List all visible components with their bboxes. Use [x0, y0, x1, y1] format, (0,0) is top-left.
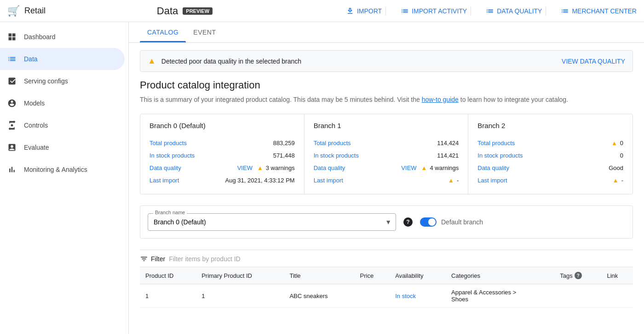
- branch-1-name: Branch 1: [314, 122, 459, 129]
- data-quality-icon: [486, 7, 494, 15]
- page-title: Data: [157, 5, 178, 17]
- cell-availability: In stock: [390, 284, 446, 308]
- branch-0-total-products-row: Total products 883,259: [150, 137, 295, 149]
- col-product-id: Product ID: [140, 267, 196, 284]
- branch-2-total-products-label: Total products: [477, 140, 515, 146]
- app-title: Retail: [24, 6, 46, 16]
- branch-1-last-import-dash: -: [457, 177, 459, 184]
- branch-1-warn-text: 4 warnings: [430, 164, 459, 171]
- tab-event[interactable]: EVENT: [186, 22, 223, 42]
- col-tags: Tags ?: [554, 267, 601, 284]
- branch-1-last-import-row: Last import ▲ -: [314, 174, 459, 187]
- filter-icon-label: Filter: [140, 255, 165, 263]
- dashboard-icon: [7, 32, 17, 41]
- import-activity-button[interactable]: IMPORT ACTIVITY: [401, 7, 467, 15]
- sidebar-item-data-label: Data: [24, 55, 38, 63]
- sidebar-item-serving-configs-label: Serving configs: [24, 77, 68, 85]
- branch-2-total-products-row: Total products ▲ 0: [477, 137, 623, 149]
- sidebar-item-monitoring[interactable]: Monitoring & Analytics: [0, 158, 125, 181]
- sidebar-item-dashboard[interactable]: Dashboard: [0, 26, 125, 48]
- tab-catalog[interactable]: CATALOG: [140, 22, 186, 42]
- branch-help-icon[interactable]: ?: [403, 217, 413, 227]
- import-activity-label: IMPORT ACTIVITY: [412, 7, 467, 15]
- branch-0-total-products-label: Total products: [150, 140, 187, 146]
- branch-1-view-btn[interactable]: VIEW: [401, 164, 416, 171]
- branch-1-data-quality-row: Data quality VIEW ▲ 4 warnings: [314, 162, 459, 174]
- branch-0-col: Branch 0 (Default) Total products 883,25…: [140, 114, 305, 194]
- branch-2-col: Branch 2 Total products ▲ 0 In stock pro…: [468, 114, 632, 194]
- tabs-bar: CATALOG EVENT: [129, 22, 644, 43]
- branch-select[interactable]: Branch 0 (Default) Branch 1 Branch 2: [148, 213, 396, 231]
- branch-2-data-quality-label: Data quality: [477, 164, 509, 171]
- sidebar: Dashboard Data Serving configs Models Co: [0, 22, 129, 334]
- branch-1-last-import-warn: ▲: [448, 177, 454, 184]
- sidebar-item-controls-label: Controls: [24, 122, 48, 129]
- content-area: ▲ Detected poor data quality in the sele…: [129, 50, 644, 319]
- import-label: IMPORT: [357, 7, 382, 15]
- branches-grid: Branch 0 (Default) Total products 883,25…: [140, 114, 633, 194]
- branch-2-last-import-warn: ▲: [613, 177, 619, 184]
- branch-field-label: Branch name: [153, 210, 187, 215]
- sidebar-item-controls[interactable]: Controls: [0, 114, 125, 136]
- default-branch-toggle[interactable]: [420, 217, 437, 227]
- merchant-center-button[interactable]: MERCHANT CENTER: [561, 7, 637, 15]
- sidebar-item-evaluate[interactable]: Evaluate: [0, 136, 125, 158]
- branch-0-last-import-label: Last import: [150, 177, 179, 184]
- filter-input[interactable]: Filter items by product ID: [169, 255, 241, 263]
- branch-2-last-import-row: Last import ▲ -: [477, 174, 623, 187]
- branch-1-warn-icon: ▲: [421, 164, 427, 171]
- branch-0-last-import-row: Last import Aug 31, 2021, 4:33:12 PM: [150, 174, 295, 187]
- data-table: Product ID Primary Product ID Title Pric…: [140, 267, 633, 308]
- branch-0-data-quality-label: Data quality: [150, 164, 181, 171]
- merchant-center-label: MERCHANT CENTER: [572, 7, 637, 15]
- cell-title: ABC sneakers: [284, 284, 354, 308]
- branch-1-in-stock-row: In stock products 114,421: [314, 149, 459, 162]
- branch-2-last-import-dash: -: [621, 177, 623, 184]
- section-description: This is a summary of your integrated pro…: [140, 95, 633, 105]
- monitoring-icon: [7, 165, 17, 174]
- sidebar-item-models[interactable]: Models: [0, 92, 125, 114]
- layout: Dashboard Data Serving configs Models Co: [0, 22, 644, 334]
- import-button[interactable]: IMPORT: [346, 7, 382, 15]
- branch-1-data-quality-value: VIEW ▲ 4 warnings: [401, 164, 459, 171]
- filter-row: Filter Filter items by product ID: [140, 250, 633, 267]
- data-quality-button[interactable]: DATA QUALITY: [486, 7, 542, 15]
- branch-2-in-stock-value: 0: [620, 152, 623, 159]
- branch-0-warn-text: 3 warnings: [266, 164, 295, 171]
- controls-icon: [7, 121, 17, 130]
- sidebar-item-data[interactable]: Data: [0, 48, 125, 70]
- merchant-center-icon: [561, 7, 569, 15]
- col-price: Price: [355, 267, 390, 284]
- filter-label: Filter: [151, 255, 165, 263]
- branch-0-in-stock-value: 571,448: [273, 152, 295, 159]
- section-desc-prefix: This is a summary of your integrated pro…: [140, 96, 422, 103]
- cell-tags: [554, 284, 601, 308]
- branch-1-col: Branch 1 Total products 114,424 In stock…: [305, 114, 469, 194]
- branch-0-last-import-value: Aug 31, 2021, 4:33:12 PM: [225, 177, 295, 184]
- sidebar-item-serving-configs[interactable]: Serving configs: [0, 70, 125, 92]
- cell-product-id: 1: [140, 284, 196, 308]
- branch-0-data-quality-row: Data quality VIEW ▲ 3 warnings: [150, 162, 295, 174]
- branch-2-in-stock-label: In stock products: [477, 152, 523, 159]
- branch-0-view-btn[interactable]: VIEW: [237, 164, 253, 171]
- tags-help-th: Tags ?: [560, 272, 581, 279]
- branch-2-last-import-label: Last import: [477, 177, 507, 184]
- cell-price: [355, 284, 390, 308]
- branch-1-in-stock-value: 114,421: [437, 152, 459, 159]
- alert-banner: ▲ Detected poor data quality in the sele…: [140, 50, 633, 72]
- col-categories: Categories: [446, 267, 554, 284]
- tags-help-icon[interactable]: ?: [575, 272, 582, 279]
- branch-2-name: Branch 2: [477, 122, 623, 129]
- branch-2-total-products-value: ▲ 0: [611, 140, 623, 146]
- table-header-row: Product ID Primary Product ID Title Pric…: [140, 267, 633, 284]
- preview-badge: PREVIEW: [183, 7, 213, 15]
- view-data-quality-link[interactable]: VIEW DATA QUALITY: [562, 58, 625, 65]
- branch-selector-row: Branch name Branch 0 (Default) Branch 1 …: [140, 205, 633, 239]
- how-to-guide-link[interactable]: how-to guide: [422, 96, 459, 103]
- sidebar-item-evaluate-label: Evaluate: [24, 144, 49, 151]
- branch-1-data-quality-label: Data quality: [314, 164, 345, 171]
- header-separator-1: [385, 6, 386, 16]
- evaluate-icon: [7, 143, 17, 152]
- app-icon: 🛒: [7, 5, 20, 17]
- section-title: Product catalog integration: [140, 79, 633, 91]
